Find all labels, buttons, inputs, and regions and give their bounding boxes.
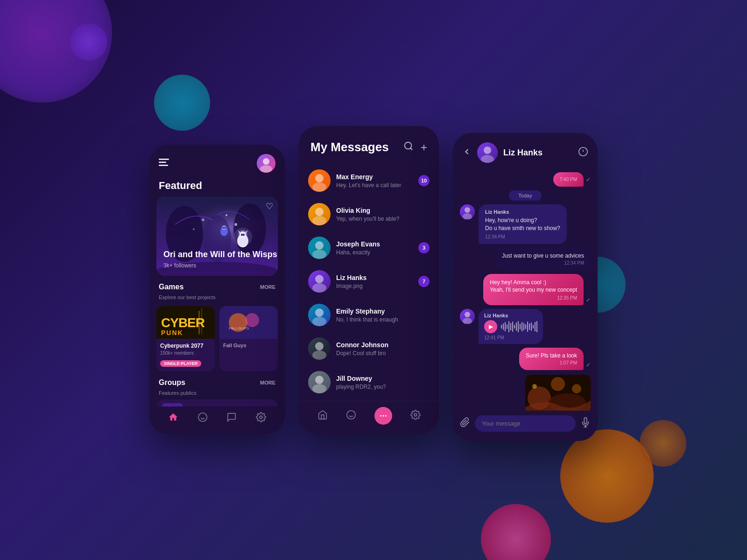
svg-point-13 [193, 228, 195, 230]
liz-hanks-badge: 7 [418, 276, 430, 287]
cyberpunk-image: CYBER PUNK [156, 306, 215, 339]
groups-subtitle: Features publics [149, 389, 285, 399]
add-icon[interactable]: + [421, 141, 427, 154]
sent-bubble-2: Hey hey! Amma cool :)Yeah, I'll send you… [483, 274, 584, 306]
jill-downey-name: Jill Downey [336, 375, 430, 382]
svg-point-52 [312, 250, 326, 259]
svg-point-45 [315, 174, 324, 182]
game2-image: FALL GUYS [219, 306, 278, 339]
liz-recv-avatar [460, 204, 475, 219]
games-grid: CYBER PUNK Cyberpunk 2077 150k+ members … [149, 304, 285, 374]
liz-hanks-avatar [308, 270, 331, 293]
info-button[interactable] [578, 147, 588, 159]
list-item[interactable]: Olivia King Yep, when you'll be able? [299, 197, 439, 231]
svg-point-60 [315, 342, 324, 350]
svg-point-38 [198, 413, 207, 421]
svg-point-73 [484, 147, 491, 154]
svg-point-87 [551, 377, 565, 391]
nav-settings-icon[interactable] [256, 412, 266, 425]
liz-recv-text: Hey, how're u doing?Do u have smth new t… [485, 217, 560, 232]
emily-stephany-content: Emily Stephany No, I think that is enaug… [336, 308, 430, 323]
list-item[interactable]: Max Energy Hey. Let's have a call later … [299, 164, 439, 197]
audio-time: 12:41 PM [484, 335, 537, 340]
games-section-header: Games MORE [149, 276, 285, 294]
svg-point-82 [465, 312, 470, 317]
back-button[interactable] [462, 147, 472, 159]
svg-point-23 [223, 227, 224, 229]
recv-time-1: 12:34 PM [485, 234, 560, 239]
message-input[interactable] [475, 415, 576, 432]
nav-face-icon[interactable] [197, 412, 208, 425]
message-received-audio: Liz Hanks ▶ [460, 309, 591, 344]
date-divider: Today [460, 190, 591, 201]
play-button[interactable]: ▶ [484, 320, 497, 333]
list-item[interactable]: Joseph Evans Haha, exactly 3 [299, 231, 439, 265]
sure-bubble: Sure! Pls take a look 1:07 PM [519, 348, 584, 370]
search-icon[interactable] [403, 141, 414, 154]
cyberpunk-info: Cyberpunk 2077 150k+ members SINGLE-PLAY… [156, 339, 215, 371]
connor-johnson-name: Connor Johnson [336, 341, 430, 349]
connor-johnson-preview: Dope! Cool stuff bro [336, 350, 430, 357]
svg-point-51 [315, 241, 324, 250]
attach-button[interactable] [460, 417, 470, 430]
cyberpunk-members: 150k+ members [160, 350, 211, 356]
svg-point-61 [312, 350, 326, 360]
nav-home-icon[interactable] [168, 412, 178, 425]
svg-rect-30 [201, 308, 202, 334]
svg-point-41 [260, 416, 262, 419]
groups-more-button[interactable]: MORE [260, 380, 275, 385]
game-card-2[interactable]: FALL GUYS Fall Guys [219, 306, 278, 371]
sent-text-2: Hey hey! Amma cool :)Yeah, I'll send you… [490, 279, 577, 294]
svg-text:CYBER: CYBER [161, 315, 205, 330]
svg-rect-0 [159, 159, 169, 160]
connor-johnson-content: Connor Johnson Dope! Cool stuff bro [336, 341, 430, 357]
featured-game-card[interactable]: ♡ Ori and the Will of the Wisps 3k+ foll… [156, 196, 278, 276]
games-more-button[interactable]: MORE [260, 284, 275, 290]
svg-point-64 [312, 384, 326, 393]
chat-header: Liz Hanks [453, 133, 598, 170]
nav2-home-icon[interactable] [317, 410, 328, 422]
svg-text:FALL GUYS: FALL GUYS [229, 326, 249, 330]
messages-title: My Messages [310, 140, 389, 154]
svg-point-63 [315, 376, 324, 384]
list-item[interactable]: Jill Downey playing RDR2, you? [299, 365, 439, 399]
chat-contact-avatar [477, 142, 498, 163]
phone2-bottom-nav [299, 401, 439, 434]
svg-point-4 [263, 158, 269, 165]
svg-point-46 [312, 182, 326, 192]
connor-johnson-avatar [308, 337, 331, 360]
header-actions: + [403, 141, 427, 154]
svg-point-79 [465, 207, 470, 213]
list-item[interactable]: Liz Hanks Image.png 7 [299, 265, 439, 298]
joseph-evans-content: Joseph Evans Haha, exactly [336, 240, 413, 256]
chat-messages: 7:40 PM ✓ Today Liz Hanks Hey, how're u … [453, 170, 598, 411]
sent-time-2: 12:35 PM [490, 295, 577, 301]
message-sent-old: 7:40 PM ✓ [460, 172, 591, 187]
svg-point-24 [225, 227, 226, 229]
svg-rect-1 [159, 161, 166, 163]
olivia-king-avatar [308, 203, 331, 225]
heart-icon[interactable]: ♡ [266, 201, 273, 211]
nav2-settings-icon[interactable] [410, 410, 421, 422]
emily-stephany-avatar [308, 304, 331, 326]
cyberpunk-name: Cyberpunk 2077 [160, 343, 211, 349]
phone-games: Featured [149, 145, 285, 434]
game2-name: Fall Guys [223, 343, 274, 348]
menu-icon[interactable] [159, 159, 169, 168]
game-card-cyberpunk[interactable]: CYBER PUNK Cyberpunk 2077 150k+ members … [156, 306, 215, 371]
list-item[interactable]: Emily Stephany No, I think that is enaug… [299, 298, 439, 332]
microphone-button[interactable] [580, 417, 591, 430]
svg-text:PUNK: PUNK [161, 329, 183, 336]
nav2-chat-active-icon[interactable] [374, 407, 392, 425]
svg-point-5 [260, 165, 272, 173]
nav-chat-icon[interactable] [226, 412, 237, 425]
svg-point-58 [312, 317, 326, 326]
svg-point-89 [532, 384, 537, 389]
sent-with-image-container: Sure! Pls take a look 1:07 PM ✓ [519, 348, 591, 411]
user-avatar[interactable] [257, 154, 275, 173]
nav2-face-icon[interactable] [346, 410, 356, 422]
game2-info: Fall Guys [219, 339, 278, 354]
shared-image [525, 375, 591, 411]
list-item[interactable]: Connor Johnson Dope! Cool stuff bro [299, 332, 439, 365]
svg-rect-2 [159, 165, 168, 166]
